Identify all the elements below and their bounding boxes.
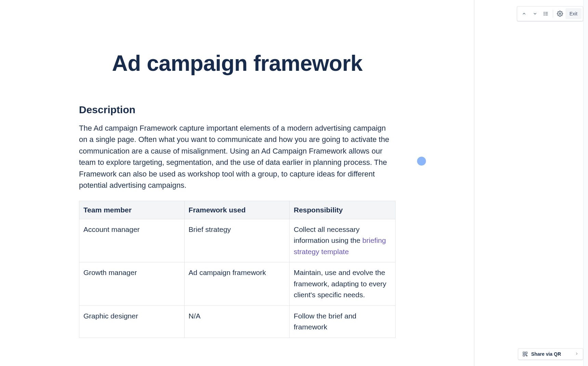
table-row: Growth manager Ad campaign framework Mai… [79, 262, 396, 306]
share-via-qr-button[interactable]: Share via QR [518, 348, 583, 360]
exit-label: Exit [570, 11, 577, 16]
svg-rect-9 [523, 354, 525, 356]
cell-member: Growth manager [79, 262, 185, 306]
th-team-member: Team member [79, 201, 185, 219]
svg-rect-7 [523, 352, 525, 354]
description-heading: Description [79, 104, 396, 116]
svg-point-6 [559, 13, 561, 15]
resp-text: Collect all necessary information using … [294, 225, 362, 245]
chevron-up-icon [522, 11, 526, 16]
chevron-right-icon [575, 351, 579, 357]
cell-framework: N/A [184, 305, 290, 338]
toolbar-separator [553, 10, 553, 18]
document-content: Ad campaign framework Description The Ad… [79, 0, 396, 338]
resp-text: Maintain, use and evolve the framework, … [294, 269, 386, 299]
description-body: The Ad campaign Framework capture import… [79, 122, 396, 191]
cell-framework: Brief strategy [184, 219, 290, 262]
settings-button[interactable] [554, 8, 565, 19]
cell-member: Account manager [79, 219, 185, 262]
th-framework-used: Framework used [184, 201, 290, 219]
svg-point-5 [544, 15, 544, 15]
list-icon [543, 11, 549, 16]
presentation-toolbar: Exit [517, 6, 583, 21]
exit-button[interactable]: Exit [565, 8, 582, 19]
share-label: Share via QR [531, 351, 561, 357]
cell-member: Graphic designer [79, 305, 185, 338]
cell-responsibility: Collect all necessary information using … [290, 219, 396, 262]
table-row: Graphic designer N/A Follow the brief an… [79, 305, 396, 338]
cell-responsibility: Maintain, use and evolve the framework, … [290, 262, 396, 306]
page-title: Ad campaign framework [79, 51, 396, 76]
cell-responsibility: Follow the brief and framework [290, 305, 396, 338]
next-button[interactable] [530, 8, 540, 19]
table-row: Account manager Brief strategy Collect a… [79, 219, 396, 262]
svg-rect-8 [525, 352, 527, 354]
prev-button[interactable] [519, 8, 530, 19]
page-scroll-area: Ad campaign framework Description The Ad… [0, 0, 475, 366]
resp-text: Follow the brief and framework [294, 312, 356, 331]
svg-rect-10 [525, 354, 526, 355]
roles-table: Team member Framework used Responsibilit… [79, 201, 396, 338]
qr-code-icon [522, 351, 528, 357]
chevron-down-icon [533, 11, 537, 16]
th-responsibility: Responsibility [290, 201, 396, 219]
svg-rect-11 [526, 355, 527, 356]
table-header-row: Team member Framework used Responsibilit… [79, 201, 396, 219]
hint-pulse-dot[interactable] [417, 157, 426, 166]
gear-icon [557, 11, 563, 17]
cell-framework: Ad campaign framework [184, 262, 290, 306]
outline-button[interactable] [540, 8, 551, 19]
svg-point-3 [544, 12, 544, 12]
svg-point-4 [544, 13, 544, 14]
vertical-scrollbar-track[interactable] [583, 0, 588, 366]
